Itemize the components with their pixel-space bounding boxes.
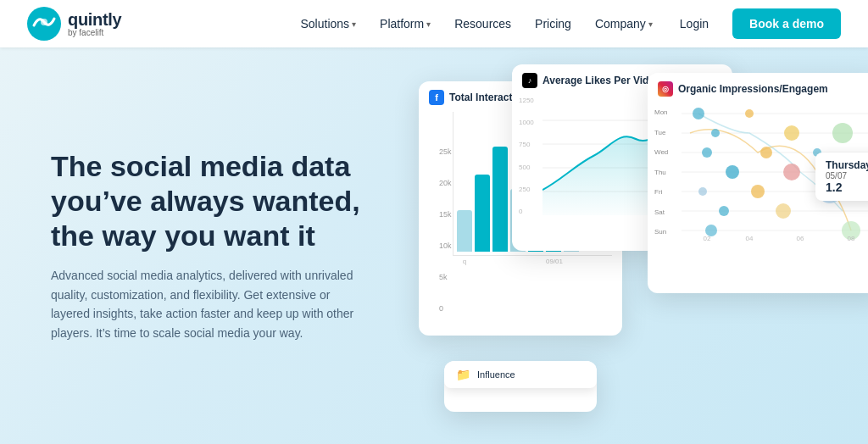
svg-point-14: [745, 109, 754, 118]
svg-point-28: [776, 203, 791, 219]
nav-platform[interactable]: Platform ▾: [370, 10, 441, 37]
svg-point-25: [751, 185, 765, 198]
logo-icon: [27, 7, 61, 41]
svg-text:08: 08: [848, 235, 855, 242]
nav-links: Solutions ▾ Platform ▾ Resources Pricing…: [290, 8, 841, 39]
svg-text:02: 02: [704, 235, 711, 242]
influence-card: 📁 Influence: [444, 361, 597, 412]
svg-text:04: 04: [746, 235, 754, 242]
svg-point-27: [719, 206, 729, 216]
hero-charts: f Total Interactions 0 5k 10k 15k 20k 25…: [410, 56, 868, 437]
tooltip-date: 05/07: [826, 171, 868, 180]
svg-point-17: [832, 123, 853, 143]
logo[interactable]: quintly by facelift: [27, 7, 121, 41]
svg-point-21: [726, 165, 739, 179]
tooltip-value: 1.2: [826, 180, 868, 194]
chevron-down-icon: ▾: [352, 19, 356, 29]
tiktok-icon: ♪: [522, 73, 537, 88]
tooltip-title: Thursday: [826, 159, 868, 171]
chart-tooltip: Thursday 05/07 1.2: [815, 153, 868, 201]
book-demo-button[interactable]: Book a demo: [732, 8, 841, 39]
logo-subname: by facelift: [68, 29, 121, 37]
bar: [492, 147, 508, 252]
facebook-icon: f: [429, 90, 444, 105]
svg-point-24: [698, 187, 707, 196]
chart-2-title: Average Likes Per Video: [542, 75, 660, 86]
hero-heading: The social media data you’ve always want…: [51, 149, 407, 253]
svg-point-1: [41, 19, 47, 25]
svg-point-22: [783, 164, 800, 180]
hero-subtext: Advanced social media analytics, deliver…: [51, 266, 356, 342]
navbar: quintly by facelift Solutions ▾ Platform…: [0, 0, 868, 47]
bar: [457, 210, 472, 253]
svg-text:06: 06: [797, 235, 804, 242]
bar: [475, 175, 490, 252]
chart-3-title: Organic Impressions/Engagem: [678, 83, 828, 95]
svg-point-13: [693, 108, 704, 119]
chevron-down-icon: ▾: [648, 19, 653, 29]
hero-content: The social media data you’ve always want…: [51, 149, 407, 342]
nav-solutions[interactable]: Solutions ▾: [290, 10, 366, 37]
svg-point-15: [711, 129, 720, 137]
svg-point-16: [784, 125, 799, 141]
svg-point-18: [702, 147, 712, 158]
organic-impressions-chart: ◎ Organic Impressions/Engagem Mon Tue We…: [648, 73, 868, 293]
instagram-icon: ◎: [658, 81, 673, 97]
svg-point-19: [760, 147, 772, 158]
hero-section: The social media data you’ve always want…: [0, 47, 868, 444]
chevron-down-icon: ▾: [426, 19, 431, 29]
logo-name: quintly: [68, 11, 121, 28]
nav-login[interactable]: Login: [666, 10, 722, 37]
nav-company[interactable]: Company ▾: [585, 10, 663, 37]
nav-resources[interactable]: Resources: [444, 10, 521, 37]
folder-icon: 📁: [456, 368, 470, 381]
influence-label: Influence: [477, 369, 515, 380]
nav-pricing[interactable]: Pricing: [525, 10, 581, 37]
